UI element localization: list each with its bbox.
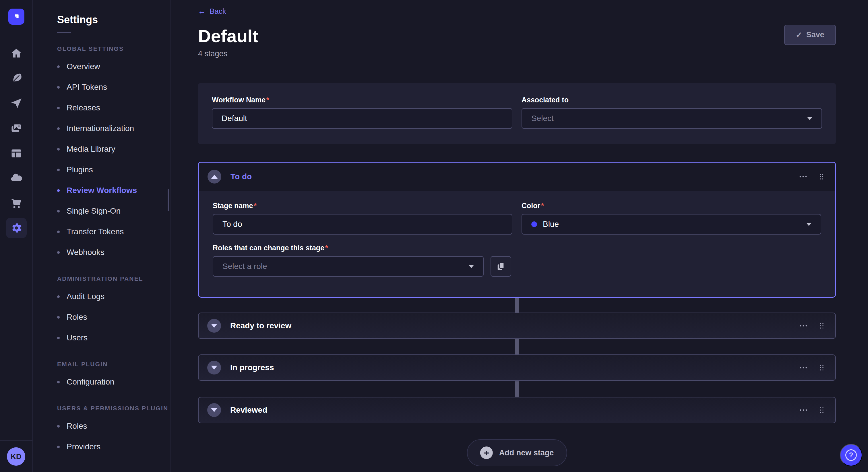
stage-row-in-progress[interactable]: In progress [198,355,836,381]
stage-menu-button[interactable] [799,405,808,415]
workflow-name-field-group: Workflow Name* [212,96,513,129]
page-title: Default [198,26,258,46]
drag-handle[interactable] [818,322,825,330]
drag-dots-icon [818,322,825,330]
sidebar-item-review-workflows[interactable]: Review Workflows [57,180,170,201]
add-new-stage-button[interactable]: + Add new stage [467,439,567,466]
section-email-plugin: EMAIL PLUGIN [57,361,170,368]
associated-to-placeholder: Select [531,114,554,123]
sidebar-item-media-library[interactable]: Media Library [57,139,170,160]
sidebar-item-releases[interactable]: Releases [57,98,170,118]
stage-color-field-group: Color* Blue [522,202,821,235]
stage-row-reviewed[interactable]: Reviewed [198,397,836,423]
stage-row-title: In progress [230,363,274,372]
ellipsis-icon [798,172,808,181]
stage-color-select[interactable]: Blue [522,214,821,235]
expand-toggle-button[interactable] [207,319,221,333]
sidebar-item-internationalization[interactable]: Internationalization [57,118,170,139]
stage-menu-button[interactable] [799,321,808,331]
home-icon[interactable] [6,41,27,66]
drag-dots-icon [818,406,825,414]
section-global-settings: GLOBAL SETTINGS [57,45,170,52]
drag-handle[interactable] [818,363,825,372]
ellipsis-icon [799,363,808,372]
bullet-icon [57,231,60,233]
drag-handle[interactable] [818,172,825,181]
stage-title: To do [230,172,252,181]
nav-items-admin: Audit Logs Roles Users [57,286,170,348]
nav-items-email: Configuration [57,372,170,392]
strapi-logo[interactable] [8,9,24,25]
deploy-cloud-icon[interactable] [6,165,27,191]
stage-row-title: Ready to review [230,321,291,330]
back-link[interactable]: ← Back [198,7,226,16]
releases-icon[interactable] [6,91,27,115]
stage-to-do-body: Stage name* Color* Blue [199,191,835,287]
back-arrow-icon: ← [198,7,206,16]
bullet-icon [57,189,60,192]
help-button[interactable]: ? [840,444,862,466]
strapi-logo-glyph [11,12,21,22]
required-asterisk: * [325,244,328,252]
drag-handle[interactable] [818,406,825,414]
sidebar-item-api-tokens[interactable]: API Tokens [57,77,170,98]
apply-to-all-stages-button[interactable] [491,256,511,277]
sidebar-item-audit-logs[interactable]: Audit Logs [57,286,170,307]
sidebar-item-webhooks[interactable]: Webhooks [57,242,170,263]
bullet-icon [57,169,60,171]
save-button[interactable]: ✓ Save [784,25,836,45]
associated-to-field-group: Associated to Select [522,96,822,129]
user-avatar[interactable]: KD [7,447,25,466]
stage-roles-placeholder: Select a role [222,262,267,271]
back-label: Back [210,7,226,16]
workflow-form-card: Workflow Name* Associated to Select [198,83,836,144]
stage-row-ready-to-review[interactable]: Ready to review [198,312,836,339]
nav-items-global: Overview API Tokens Releases Internation… [57,56,170,263]
sidebar-item-single-sign-on[interactable]: Single Sign-On [57,201,170,222]
plus-icon: + [480,446,493,459]
bullet-icon [57,107,60,109]
sidebar-item-admin-roles[interactable]: Roles [57,307,170,328]
marketplace-cart-icon[interactable] [6,191,27,215]
settings-gear-icon[interactable] [6,215,27,240]
sidebar-item-up-roles[interactable]: Roles [57,416,170,436]
workflow-name-input[interactable] [212,108,513,129]
content-type-builder-icon[interactable] [6,140,27,165]
stage-roles-select[interactable]: Select a role [213,256,484,277]
collapse-toggle-button[interactable] [208,170,221,183]
chevron-down-icon [807,117,812,120]
subnav-scrollbar-thumb[interactable] [167,189,169,211]
sidebar-item-email-configuration[interactable]: Configuration [57,372,170,392]
media-library-icon[interactable] [6,115,27,140]
stage-roles-label: Roles that can change this stage* [213,244,821,252]
required-asterisk: * [541,202,544,210]
chevron-down-icon [469,265,474,268]
stage-menu-button[interactable] [799,363,808,372]
sidebar-item-transfer-tokens[interactable]: Transfer Tokens [57,222,170,242]
stage-color-label: Color* [522,202,821,210]
rail-bottom-divider [0,440,33,441]
stage-connector [515,339,519,355]
workflow-name-label: Workflow Name* [212,96,513,104]
associated-to-select[interactable]: Select [522,108,822,129]
content-manager-icon[interactable] [6,66,27,91]
sidebar-item-admin-users[interactable]: Users [57,328,170,348]
stage-name-field-group: Stage name* [213,202,513,235]
settings-subnav: Settings GLOBAL SETTINGS Overview API To… [33,0,170,472]
bullet-icon [57,295,60,298]
duplicate-icon [496,261,506,272]
sidebar-item-overview[interactable]: Overview [57,56,170,77]
section-users-permissions-plugin: USERS & PERMISSIONS PLUGIN [57,405,170,412]
sidebar-item-plugins[interactable]: Plugins [57,160,170,180]
stage-connector [515,298,519,313]
expand-toggle-button[interactable] [207,361,221,374]
stage-menu-button[interactable] [798,172,808,181]
expand-toggle-button[interactable] [207,403,221,417]
stage-name-label: Stage name* [213,202,513,210]
subnav-title: Settings [57,14,170,26]
main-content: ← Back Default 4 stages ✓ Save Workflow … [170,0,868,472]
rail-divider [0,33,33,33]
stage-name-input[interactable] [213,214,513,235]
stage-to-do-header[interactable]: To do [199,163,835,191]
sidebar-item-up-providers[interactable]: Providers [57,436,170,457]
